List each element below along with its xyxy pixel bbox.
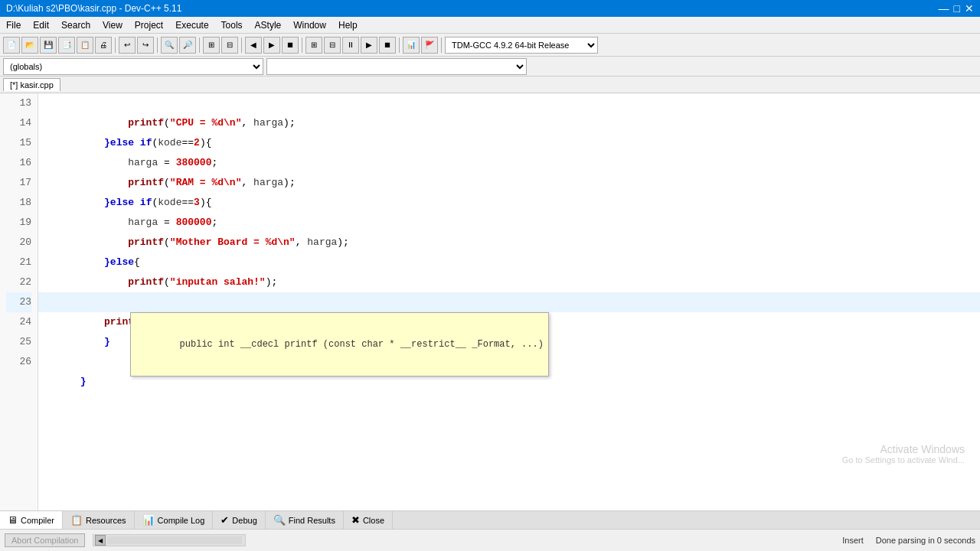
- tab-compiler[interactable]: 🖥 Compiler: [0, 511, 63, 529]
- line-num-16: 16: [6, 153, 31, 173]
- status-text-area: Insert Done parsing in 0 seconds: [842, 536, 975, 545]
- menu-item-help[interactable]: Help: [332, 18, 364, 32]
- menu-item-execute[interactable]: Execute: [169, 18, 214, 32]
- num-15: 380000: [176, 157, 212, 168]
- brace-17: }: [104, 197, 110, 208]
- tab-compile-log[interactable]: 📊 Compile Log: [135, 511, 214, 529]
- bottom-panel: 🖥 Compiler 📋 Resources 📊 Compile Log ✔ D…: [0, 510, 980, 551]
- line-num-22: 22: [6, 272, 31, 292]
- brace-20: }: [104, 256, 110, 268]
- compiler-icon: 🖥: [8, 514, 18, 526]
- scroll-track[interactable]: [107, 536, 242, 544]
- code-area[interactable]: printf("CPU = %d\n", harga); }else if(ko…: [38, 93, 980, 510]
- editor-area[interactable]: 13 14 15 16 17 18 19 20 21 22 23 24 25 2…: [0, 93, 980, 510]
- maximize-button[interactable]: □: [954, 2, 960, 15]
- find-results-icon: 🔍: [273, 514, 286, 526]
- find-button[interactable]: 🔍: [161, 37, 178, 54]
- separator-4: [241, 37, 242, 53]
- line-num-24: 24: [6, 312, 31, 332]
- kode-14: kode: [158, 137, 181, 148]
- indent-button[interactable]: ⊞: [203, 37, 220, 54]
- debug-button[interactable]: ⏸: [342, 37, 359, 54]
- menu-item-edit[interactable]: Edit: [27, 18, 55, 32]
- separator-2: [157, 37, 158, 53]
- menu-item-window[interactable]: Window: [287, 18, 332, 32]
- minimize-button[interactable]: —: [939, 2, 949, 15]
- menu-item-project[interactable]: Project: [129, 18, 169, 32]
- bottom-tabs: 🖥 Compiler 📋 Resources 📊 Compile Log ✔ D…: [0, 511, 980, 530]
- close-tab-icon: ✖: [351, 514, 360, 526]
- profile-button[interactable]: 🚩: [421, 37, 438, 54]
- close-file-button[interactable]: 📋: [77, 37, 93, 54]
- line-num-18: 18: [6, 193, 31, 213]
- autocomplete-popup: public int __cdecl printf (const char * …: [130, 312, 549, 377]
- brace-24: }: [104, 336, 110, 347]
- separator-5: [302, 37, 302, 53]
- status-done: Done parsing in 0 seconds: [876, 536, 975, 545]
- unindent-button[interactable]: ⊟: [221, 37, 238, 54]
- menu-item-tools[interactable]: Tools: [215, 18, 249, 32]
- line-num-15: 15: [6, 133, 31, 153]
- abort-compilation-button[interactable]: Abort Compilation: [5, 533, 85, 547]
- tab-find-results[interactable]: 🔍 Find Results: [266, 511, 344, 529]
- num-18: 800000: [176, 217, 212, 228]
- scope-dropdown[interactable]: (globals): [3, 58, 263, 75]
- back-button[interactable]: ◀: [245, 37, 262, 54]
- brace-26: }: [80, 376, 87, 387]
- tab-debug[interactable]: ✔ Debug: [213, 511, 265, 529]
- separator-7: [441, 37, 442, 53]
- tab-find-results-label: Find Results: [289, 516, 335, 525]
- line-numbers: 13 14 15 16 17 18 19 20 21 22 23 24 25 2…: [0, 93, 38, 510]
- print-button[interactable]: 🖨: [95, 37, 112, 54]
- stop-button[interactable]: ⏹: [282, 37, 299, 54]
- autocomplete-text: public int __cdecl printf (const char * …: [180, 339, 544, 350]
- else-14: else: [110, 137, 140, 148]
- tab-resources[interactable]: 📋 Resources: [63, 511, 135, 529]
- harga-15: harga: [128, 157, 158, 168]
- undo-button[interactable]: ↩: [119, 37, 136, 54]
- bottom-scrollbar: ◀: [93, 534, 246, 546]
- chart-button[interactable]: 📊: [403, 37, 420, 54]
- toolbar2: (globals): [0, 57, 980, 77]
- forward-button[interactable]: ▶: [263, 37, 280, 54]
- harga-18: harga: [128, 217, 158, 228]
- save-button[interactable]: 💾: [40, 37, 57, 54]
- file-tab-label: [*] kasir.cpp: [10, 80, 54, 90]
- var-19: harga: [307, 236, 337, 248]
- printf-kw-13: printf: [128, 117, 164, 129]
- scroll-left-arrow[interactable]: ◀: [95, 535, 106, 546]
- symbol-dropdown[interactable]: [266, 58, 527, 75]
- num-17: 3: [194, 197, 200, 208]
- replace-button[interactable]: 🔎: [179, 37, 196, 54]
- else-17: else: [110, 197, 140, 208]
- code-line-21: printf("inputan salah!");: [38, 253, 980, 272]
- tab-debug-label: Debug: [232, 516, 256, 525]
- menu-item-view[interactable]: View: [96, 18, 129, 32]
- printf-21: printf: [128, 276, 164, 288]
- compiler-select[interactable]: TDM-GCC 4.9.2 64-bit Release: [445, 37, 598, 54]
- close-button[interactable]: ✕: [965, 2, 974, 15]
- build-button[interactable]: ⊞: [305, 37, 322, 54]
- run-button[interactable]: ⊟: [324, 37, 341, 54]
- title-text: D:\Kuliah s2\PBO\kasir.cpp - Dev-C++ 5.1…: [6, 3, 181, 14]
- redo-button[interactable]: ↪: [137, 37, 154, 54]
- debug-icon: ✔: [220, 514, 229, 526]
- tab-compile-log-label: Compile Log: [158, 516, 205, 525]
- file-tab-kasir[interactable]: [*] kasir.cpp: [3, 78, 60, 91]
- compile-run-button[interactable]: ▶: [361, 37, 377, 54]
- line-num-26: 26: [6, 352, 31, 372]
- line-num-13: 13: [6, 93, 31, 113]
- open-button[interactable]: 📂: [21, 37, 38, 54]
- menu-item-astyle[interactable]: AStyle: [249, 18, 288, 32]
- brace-14: }: [104, 137, 110, 148]
- new-button[interactable]: 📄: [3, 37, 20, 54]
- tab-close[interactable]: ✖ Close: [344, 511, 393, 529]
- printf-16: printf: [128, 177, 164, 188]
- line-num-25: 25: [6, 332, 31, 352]
- menu-item-search[interactable]: Search: [55, 18, 96, 32]
- menu-item-file[interactable]: File: [0, 18, 27, 32]
- save-all-button[interactable]: 📑: [58, 37, 75, 54]
- compile-log-icon: 📊: [142, 514, 155, 526]
- resources-icon: 📋: [70, 514, 83, 526]
- stop-exec-button[interactable]: ⏹: [379, 37, 396, 54]
